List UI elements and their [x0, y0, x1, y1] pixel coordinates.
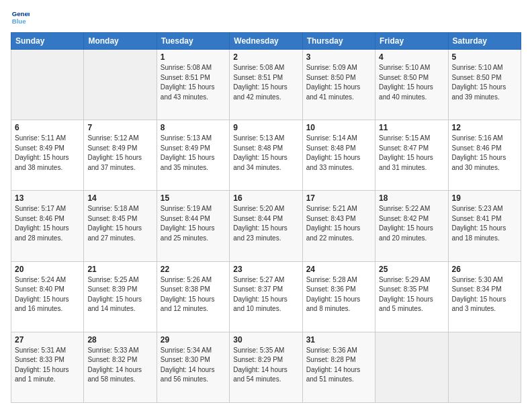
calendar-cell: 25Sunrise: 5:29 AMSunset: 8:35 PMDayligh… — [375, 261, 448, 332]
day-info: Sunrise: 5:21 AMSunset: 8:43 PMDaylight:… — [306, 204, 371, 243]
calendar-cell: 7Sunrise: 5:12 AMSunset: 8:49 PMDaylight… — [84, 120, 157, 191]
calendar-cell — [448, 332, 521, 402]
calendar-cell: 29Sunrise: 5:34 AMSunset: 8:30 PMDayligh… — [157, 332, 229, 402]
calendar-cell: 4Sunrise: 5:10 AMSunset: 8:50 PMDaylight… — [375, 50, 448, 120]
weekday-header-wednesday: Wednesday — [230, 33, 302, 50]
day-info: Sunrise: 5:10 AMSunset: 8:50 PMDaylight:… — [379, 63, 444, 102]
calendar-week-3: 13Sunrise: 5:17 AMSunset: 8:46 PMDayligh… — [11, 191, 521, 261]
day-info: Sunrise: 5:08 AMSunset: 8:51 PMDaylight:… — [233, 63, 298, 102]
day-number: 8 — [161, 123, 226, 132]
calendar-cell: 19Sunrise: 5:23 AMSunset: 8:41 PMDayligh… — [448, 191, 521, 261]
weekday-header-monday: Monday — [84, 33, 157, 50]
day-info: Sunrise: 5:12 AMSunset: 8:49 PMDaylight:… — [87, 134, 152, 173]
day-number: 21 — [87, 265, 152, 274]
weekday-header-sunday: Sunday — [11, 33, 84, 50]
day-number: 9 — [233, 123, 298, 132]
day-number: 28 — [87, 335, 152, 345]
day-number: 12 — [452, 123, 517, 132]
day-info: Sunrise: 5:25 AMSunset: 8:39 PMDaylight:… — [87, 275, 152, 314]
calendar-week-5: 27Sunrise: 5:31 AMSunset: 8:33 PMDayligh… — [11, 332, 521, 402]
logo: General Blue — [11, 8, 32, 27]
svg-text:Blue: Blue — [12, 17, 26, 25]
calendar-cell — [375, 332, 448, 402]
day-number: 2 — [233, 52, 298, 62]
calendar-cell: 28Sunrise: 5:33 AMSunset: 8:32 PMDayligh… — [84, 332, 157, 402]
day-info: Sunrise: 5:17 AMSunset: 8:46 PMDaylight:… — [15, 204, 80, 243]
day-info: Sunrise: 5:11 AMSunset: 8:49 PMDaylight:… — [15, 134, 80, 173]
day-info: Sunrise: 5:16 AMSunset: 8:46 PMDaylight:… — [452, 134, 517, 173]
day-info: Sunrise: 5:15 AMSunset: 8:47 PMDaylight:… — [379, 134, 444, 173]
day-info: Sunrise: 5:09 AMSunset: 8:50 PMDaylight:… — [306, 63, 371, 102]
calendar-cell: 11Sunrise: 5:15 AMSunset: 8:47 PMDayligh… — [375, 120, 448, 191]
calendar-cell: 15Sunrise: 5:19 AMSunset: 8:44 PMDayligh… — [157, 191, 229, 261]
calendar-cell: 1Sunrise: 5:08 AMSunset: 8:51 PMDaylight… — [157, 50, 229, 120]
calendar-week-2: 6Sunrise: 5:11 AMSunset: 8:49 PMDaylight… — [11, 120, 521, 191]
day-info: Sunrise: 5:13 AMSunset: 8:48 PMDaylight:… — [233, 134, 298, 173]
calendar-cell: 26Sunrise: 5:30 AMSunset: 8:34 PMDayligh… — [448, 261, 521, 332]
weekday-header-thursday: Thursday — [302, 33, 375, 50]
day-number: 4 — [379, 52, 444, 62]
calendar-cell: 23Sunrise: 5:27 AMSunset: 8:37 PMDayligh… — [230, 261, 302, 332]
day-info: Sunrise: 5:24 AMSunset: 8:40 PMDaylight:… — [15, 275, 80, 314]
day-info: Sunrise: 5:26 AMSunset: 8:38 PMDaylight:… — [161, 275, 226, 314]
day-number: 26 — [452, 265, 517, 274]
day-number: 30 — [233, 335, 298, 345]
day-info: Sunrise: 5:33 AMSunset: 8:32 PMDaylight:… — [87, 346, 152, 385]
weekday-header-tuesday: Tuesday — [157, 33, 229, 50]
calendar-cell: 27Sunrise: 5:31 AMSunset: 8:33 PMDayligh… — [11, 332, 84, 402]
day-info: Sunrise: 5:29 AMSunset: 8:35 PMDaylight:… — [379, 275, 444, 314]
day-info: Sunrise: 5:30 AMSunset: 8:34 PMDaylight:… — [452, 275, 517, 314]
header: General Blue — [11, 8, 521, 27]
day-number: 11 — [379, 123, 444, 132]
day-number: 24 — [306, 265, 371, 274]
day-number: 5 — [452, 52, 517, 62]
day-info: Sunrise: 5:27 AMSunset: 8:37 PMDaylight:… — [233, 275, 298, 314]
calendar-body: 1Sunrise: 5:08 AMSunset: 8:51 PMDaylight… — [11, 50, 521, 403]
day-info: Sunrise: 5:13 AMSunset: 8:49 PMDaylight:… — [161, 134, 226, 173]
calendar-cell: 6Sunrise: 5:11 AMSunset: 8:49 PMDaylight… — [11, 120, 84, 191]
calendar-week-1: 1Sunrise: 5:08 AMSunset: 8:51 PMDaylight… — [11, 50, 521, 120]
day-number: 15 — [161, 193, 226, 203]
day-info: Sunrise: 5:20 AMSunset: 8:44 PMDaylight:… — [233, 204, 298, 243]
day-number: 22 — [161, 265, 226, 274]
day-number: 23 — [233, 265, 298, 274]
calendar-cell: 12Sunrise: 5:16 AMSunset: 8:46 PMDayligh… — [448, 120, 521, 191]
day-info: Sunrise: 5:22 AMSunset: 8:42 PMDaylight:… — [379, 204, 444, 243]
calendar-cell: 13Sunrise: 5:17 AMSunset: 8:46 PMDayligh… — [11, 191, 84, 261]
calendar-cell: 3Sunrise: 5:09 AMSunset: 8:50 PMDaylight… — [302, 50, 375, 120]
day-info: Sunrise: 5:35 AMSunset: 8:29 PMDaylight:… — [233, 346, 298, 385]
day-number: 13 — [15, 193, 80, 203]
calendar-cell: 30Sunrise: 5:35 AMSunset: 8:29 PMDayligh… — [230, 332, 302, 402]
weekday-row: SundayMondayTuesdayWednesdayThursdayFrid… — [11, 33, 521, 50]
calendar-table: SundayMondayTuesdayWednesdayThursdayFrid… — [11, 32, 521, 403]
logo-icon: General Blue — [11, 8, 30, 27]
calendar-cell: 24Sunrise: 5:28 AMSunset: 8:36 PMDayligh… — [302, 261, 375, 332]
calendar-cell: 20Sunrise: 5:24 AMSunset: 8:40 PMDayligh… — [11, 261, 84, 332]
calendar-cell: 8Sunrise: 5:13 AMSunset: 8:49 PMDaylight… — [157, 120, 229, 191]
day-number: 14 — [87, 193, 152, 203]
calendar-cell: 10Sunrise: 5:14 AMSunset: 8:48 PMDayligh… — [302, 120, 375, 191]
calendar-header: SundayMondayTuesdayWednesdayThursdayFrid… — [11, 33, 521, 50]
calendar-cell: 2Sunrise: 5:08 AMSunset: 8:51 PMDaylight… — [230, 50, 302, 120]
day-info: Sunrise: 5:34 AMSunset: 8:30 PMDaylight:… — [161, 346, 226, 385]
day-number: 6 — [15, 123, 80, 132]
day-info: Sunrise: 5:31 AMSunset: 8:33 PMDaylight:… — [15, 346, 80, 385]
calendar-cell: 16Sunrise: 5:20 AMSunset: 8:44 PMDayligh… — [230, 191, 302, 261]
calendar-cell: 5Sunrise: 5:10 AMSunset: 8:50 PMDaylight… — [448, 50, 521, 120]
calendar-cell: 14Sunrise: 5:18 AMSunset: 8:45 PMDayligh… — [84, 191, 157, 261]
calendar-cell: 9Sunrise: 5:13 AMSunset: 8:48 PMDaylight… — [230, 120, 302, 191]
day-number: 1 — [161, 52, 226, 62]
page: General Blue SundayMondayTuesdayWednesda… — [0, 0, 532, 411]
weekday-header-friday: Friday — [375, 33, 448, 50]
calendar-cell — [84, 50, 157, 120]
day-number: 7 — [87, 123, 152, 132]
day-number: 18 — [379, 193, 444, 203]
day-number: 16 — [233, 193, 298, 203]
calendar-week-4: 20Sunrise: 5:24 AMSunset: 8:40 PMDayligh… — [11, 261, 521, 332]
day-info: Sunrise: 5:10 AMSunset: 8:50 PMDaylight:… — [452, 63, 517, 102]
calendar-cell: 18Sunrise: 5:22 AMSunset: 8:42 PMDayligh… — [375, 191, 448, 261]
weekday-header-saturday: Saturday — [448, 33, 521, 50]
day-number: 19 — [452, 193, 517, 203]
day-info: Sunrise: 5:36 AMSunset: 8:28 PMDaylight:… — [306, 346, 371, 385]
day-number: 10 — [306, 123, 371, 132]
